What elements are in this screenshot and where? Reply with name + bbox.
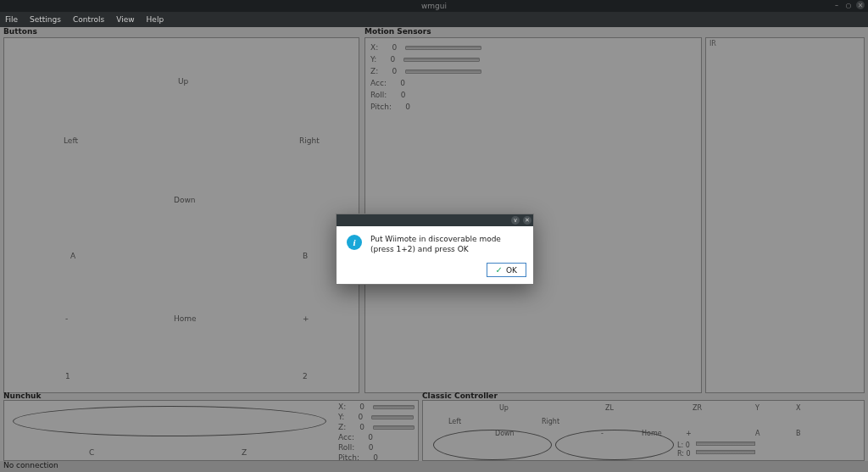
dialog: ∨ ✕ i Put Wiimote in discoverable mode (… <box>336 214 534 285</box>
close-icon[interactable]: ✕ <box>856 1 865 9</box>
window-title: wmgui <box>421 2 447 10</box>
motion-bar-y <box>403 58 480 62</box>
ok-button-label: OK <box>506 266 517 275</box>
nunchuk-row-x: X:0 <box>338 403 415 411</box>
window-controls: – ○ ✕ <box>832 1 865 9</box>
section-label-motion: Motion Sensors <box>364 27 431 36</box>
cc-bar-r <box>696 450 755 454</box>
maximize-icon[interactable]: ○ <box>844 1 853 9</box>
nunchuk-value-acc: 0 <box>363 433 373 441</box>
label-c: C <box>89 448 94 457</box>
menu-help[interactable]: Help <box>147 15 164 24</box>
label-plus: + <box>303 314 309 323</box>
dialog-menu-icon[interactable]: ∨ <box>511 216 520 225</box>
cc-bar-l <box>696 441 755 446</box>
dialog-message: Put Wiimote in discoverable mode (press … <box>370 235 523 254</box>
info-icon: i <box>347 235 362 250</box>
label-left: Left <box>64 136 78 145</box>
section-label-ir: IR <box>709 40 716 47</box>
dialog-titlebar: ∨ ✕ <box>337 214 533 226</box>
menu-view[interactable]: View <box>116 15 134 24</box>
nunchuk-label-roll: Roll: <box>338 443 354 452</box>
nunchuk-label-y: Y: <box>338 413 344 421</box>
section-label-classic: Classic Controller <box>422 391 498 400</box>
nunchuk-row-z: Z:0 <box>338 423 415 431</box>
dialog-close-icon[interactable]: ✕ <box>523 216 531 225</box>
label-home: Home <box>174 314 197 323</box>
motion-row-x: X:0 <box>370 43 481 52</box>
motion-value-pitch: 0 <box>400 103 410 111</box>
label-one: 1 <box>65 372 70 380</box>
section-label-buttons: Buttons <box>3 27 37 36</box>
label-z: Z <box>242 448 247 457</box>
motion-value-roll: 0 <box>395 91 405 99</box>
section-label-nunchuk: Nunchuk <box>3 391 41 400</box>
nunchuk-label-acc: Acc: <box>338 433 354 441</box>
motion-row-y: Y:0 <box>370 55 480 64</box>
menu-file[interactable]: File <box>5 15 18 24</box>
nunchuk-stick-ellipse <box>13 406 326 436</box>
motion-value-x: 0 <box>387 43 397 52</box>
nunchuk-row-y: Y:0 <box>338 413 415 421</box>
motion-row-z: Z:0 <box>370 67 481 75</box>
motion-value-z: 0 <box>387 67 397 75</box>
cc-label-x: X <box>796 404 800 412</box>
cc-label-a: A <box>755 430 760 437</box>
ok-button[interactable]: ✓ OK <box>487 263 526 277</box>
cc-label-b: B <box>796 430 801 437</box>
label-down: Down <box>174 196 196 204</box>
cc-label-l0: L: 0 <box>677 441 690 449</box>
classic-panel: Up ZL ZR Y X Left Right Down - Home + A … <box>422 400 865 461</box>
cc-label-plus: + <box>686 430 692 437</box>
motion-label-pitch: Pitch: <box>370 103 392 111</box>
motion-label-y: Y: <box>370 55 376 64</box>
buttons-panel: Up Left Right Down A B - Home + 1 2 <box>3 37 359 393</box>
nunchuk-value-roll: 0 <box>363 443 373 452</box>
cc-label-zr: ZR <box>693 404 702 412</box>
motion-bar-x <box>405 46 481 50</box>
menu-controls[interactable]: Controls <box>73 15 104 24</box>
motion-value-y: 0 <box>385 55 395 64</box>
menu-settings[interactable]: Settings <box>30 15 61 24</box>
label-b: B <box>303 252 308 260</box>
nunchuk-value-x: 0 <box>354 403 364 411</box>
dialog-body: i Put Wiimote in discoverable mode (pres… <box>337 226 533 259</box>
cc-label-up: Up <box>499 404 509 412</box>
cc-label-r0: R: 0 <box>677 450 691 458</box>
motion-bar-z <box>405 69 481 74</box>
status-bar: No connection <box>0 461 868 472</box>
nunchuk-sensors: X:0 Y:0 Z:0 Acc:0 Roll:0 Pitch:0 <box>338 403 415 464</box>
cc-left-stick <box>433 430 552 460</box>
nunchuk-bar-x <box>373 405 415 409</box>
motion-row-acc: Acc:0 <box>370 79 405 87</box>
cc-label-y: Y <box>755 404 760 412</box>
motion-row-roll: Roll:0 <box>370 91 405 99</box>
motion-row-pitch: Pitch:0 <box>370 103 410 111</box>
minimize-icon[interactable]: – <box>832 1 841 9</box>
label-a: A <box>70 252 75 260</box>
label-up: Up <box>178 77 188 86</box>
nunchuk-row-roll: Roll:0 <box>338 443 415 452</box>
dialog-button-row: ✓ OK <box>337 259 533 284</box>
status-text: No connection <box>3 461 58 469</box>
menubar: File Settings Controls View Help <box>0 12 868 27</box>
nunchuk-bar-y <box>371 415 414 419</box>
label-minus: - <box>65 314 68 323</box>
nunchuk-row-acc: Acc:0 <box>338 433 415 441</box>
motion-label-x: X: <box>370 43 378 52</box>
motion-value-acc: 0 <box>395 79 405 87</box>
ir-panel: IR <box>705 37 865 393</box>
label-two: 2 <box>303 372 308 380</box>
motion-label-acc: Acc: <box>370 79 387 87</box>
nunchuk-value-z: 0 <box>354 423 364 431</box>
nunchuk-label-z: Z: <box>338 423 346 431</box>
nunchuk-panel: C Z X:0 Y:0 Z:0 Acc:0 Roll:0 Pitch:0 <box>3 400 419 461</box>
label-right: Right <box>299 136 320 145</box>
motion-label-roll: Roll: <box>370 91 387 99</box>
cc-label-left: Left <box>448 418 461 425</box>
cc-label-right: Right <box>542 418 559 425</box>
cc-label-zl: ZL <box>605 404 614 412</box>
window-titlebar: wmgui – ○ ✕ <box>0 0 868 12</box>
nunchuk-value-y: 0 <box>353 413 363 421</box>
motion-label-z: Z: <box>370 67 378 75</box>
